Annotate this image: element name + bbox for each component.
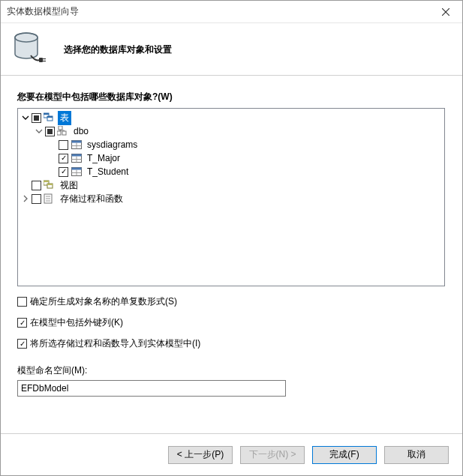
tree-label: 存储过程和函数	[58, 192, 125, 206]
tree-label: T_Major	[85, 152, 122, 164]
checkbox[interactable]	[59, 154, 68, 163]
option-pluralize[interactable]: 确定所生成对象名称的单复数形式(S)	[17, 292, 446, 310]
chevron-down-icon	[35, 127, 43, 135]
object-tree[interactable]: 表 dbo sysdiagrams	[17, 108, 445, 286]
svg-rect-30	[44, 181, 49, 182]
tree-node-sysdiagrams[interactable]: sysdiagrams	[21, 138, 441, 151]
tree-section-label: 您要在模型中包括哪些数据库对象?(W)	[17, 91, 446, 103]
expand-toggle[interactable]	[35, 127, 44, 136]
svg-rect-8	[44, 113, 49, 115]
svg-rect-13	[62, 131, 66, 135]
svg-rect-11	[59, 126, 62, 130]
tree-node-dbo[interactable]: dbo	[21, 124, 441, 138]
namespace-input[interactable]	[17, 380, 286, 397]
checkbox[interactable]	[59, 140, 68, 150]
procs-icon	[44, 193, 56, 205]
table-icon	[71, 166, 83, 178]
close-icon	[442, 8, 449, 16]
tree-node-views[interactable]: 视图	[21, 178, 441, 192]
tree-label: dbo	[71, 125, 91, 137]
table-icon	[71, 139, 83, 151]
namespace-label: 模型命名空间(M):	[17, 364, 446, 377]
database-icon	[14, 31, 47, 69]
cancel-button[interactable]: 取消	[384, 446, 449, 464]
option-label: 在模型中包括外键列(K)	[30, 316, 123, 329]
header-subtitle: 选择您的数据库对象和设置	[64, 43, 172, 56]
option-import-sp[interactable]: 将所选存储过程和函数导入到实体模型中(I)	[17, 334, 446, 352]
schema-icon	[57, 125, 69, 137]
checkbox[interactable]	[17, 339, 27, 349]
option-label: 确定所生成对象名称的单复数形式(S)	[30, 295, 177, 308]
tree-label: 视图	[58, 178, 80, 193]
checkbox[interactable]	[17, 318, 27, 328]
svg-rect-22	[72, 154, 82, 157]
option-include-fk[interactable]: 在模型中包括外键列(K)	[17, 313, 446, 331]
close-button[interactable]	[428, 1, 462, 23]
options: 确定所生成对象名称的单复数形式(S) 在模型中包括外键列(K) 将所选存储过程和…	[17, 292, 446, 352]
views-icon	[44, 179, 56, 191]
svg-rect-32	[47, 184, 53, 185]
tree-label: 表	[58, 111, 71, 125]
checkbox[interactable]	[32, 194, 41, 204]
window-title: 实体数据模型向导	[7, 5, 428, 18]
chevron-down-icon	[22, 114, 29, 121]
tree-node-t-student[interactable]: T_Student	[21, 165, 441, 178]
chevron-right-icon	[22, 195, 29, 202]
option-label: 将所选存储过程和函数导入到实体模型中(I)	[30, 337, 200, 350]
svg-rect-12	[57, 131, 61, 135]
checkbox[interactable]	[32, 181, 41, 190]
svg-rect-26	[72, 168, 82, 170]
button-bar: < 上一步(P) 下一步(N) > 完成(F) 取消	[1, 434, 462, 475]
expand-toggle[interactable]	[21, 194, 30, 203]
checkbox[interactable]	[17, 297, 27, 307]
tree-node-procs[interactable]: 存储过程和函数	[21, 192, 441, 205]
back-button[interactable]: < 上一步(P)	[168, 446, 233, 464]
tree-label: T_Student	[85, 166, 131, 178]
tree-node-t-major[interactable]: T_Major	[21, 151, 441, 165]
table-icon	[71, 152, 83, 164]
svg-rect-10	[47, 116, 53, 118]
checkbox[interactable]	[32, 113, 41, 123]
content: 您要在模型中包括哪些数据库对象?(W) 表 dbo	[1, 76, 462, 397]
svg-rect-18	[72, 141, 82, 143]
checkbox[interactable]	[45, 127, 55, 136]
expand-toggle[interactable]	[21, 113, 30, 122]
svg-rect-4	[39, 58, 43, 62]
tree-label: sysdiagrams	[85, 139, 140, 151]
finish-button[interactable]: 完成(F)	[312, 446, 377, 464]
wizard-header: 选择您的数据库对象和设置	[1, 23, 462, 76]
titlebar: 实体数据模型向导	[1, 1, 462, 23]
tree-node-tables[interactable]: 表	[21, 111, 441, 124]
next-button[interactable]: 下一步(N) >	[240, 446, 305, 464]
checkbox[interactable]	[59, 167, 68, 177]
tables-icon	[44, 112, 56, 124]
